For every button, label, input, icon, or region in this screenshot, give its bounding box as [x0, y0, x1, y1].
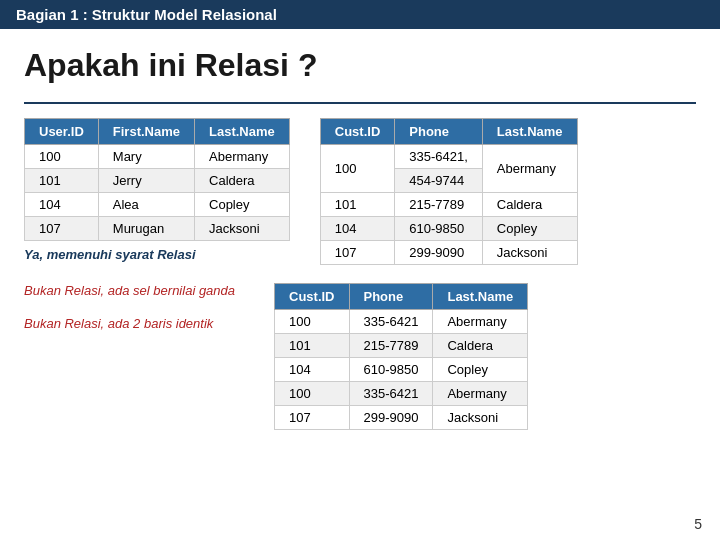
table-row: Caldera: [482, 193, 577, 217]
left-table: User.ID First.Name Last.Name 100MaryAber…: [24, 118, 290, 241]
page-title: Apakah ini Relasi ?: [24, 47, 696, 84]
table-row: 335-6421: [349, 382, 433, 406]
table-row: Caldera: [195, 169, 290, 193]
note1: Bukan Relasi, ada sel bernilai ganda: [24, 283, 244, 298]
table-row: Alea: [98, 193, 194, 217]
table-row: 215-7789: [395, 193, 483, 217]
table-row: Abermany: [482, 145, 577, 193]
yes-label: Ya, memenuhi syarat Relasi: [24, 247, 290, 262]
bottom-table: Cust.ID Phone Last.Name 100335-6421Aberm…: [274, 283, 528, 430]
table-row: 104: [320, 217, 395, 241]
table-row: Copley: [195, 193, 290, 217]
table-row: 107: [275, 406, 350, 430]
table-row: 101: [320, 193, 395, 217]
table-row: Jacksoni: [433, 406, 528, 430]
table-row: 100: [275, 310, 350, 334]
table-row: 335-6421,: [395, 145, 483, 169]
table-row: Abermany: [433, 310, 528, 334]
table-row: 610-9850: [349, 358, 433, 382]
right-top-header-phone: Phone: [395, 119, 483, 145]
table-row: Copley: [433, 358, 528, 382]
bottom-header-lastname: Last.Name: [433, 284, 528, 310]
table-row: 100: [25, 145, 99, 169]
table-row: 104: [25, 193, 99, 217]
table-row: Abermany: [433, 382, 528, 406]
bottom-header-custid: Cust.ID: [275, 284, 350, 310]
note2: Bukan Relasi, ada 2 baris identik: [24, 316, 244, 331]
table-row: 104: [275, 358, 350, 382]
table-row: Murugan: [98, 217, 194, 241]
table-row: Jacksoni: [195, 217, 290, 241]
table-row: 101: [275, 334, 350, 358]
left-table-header-userid: User.ID: [25, 119, 99, 145]
table-row: 610-9850: [395, 217, 483, 241]
right-top-header-custid: Cust.ID: [320, 119, 395, 145]
table-row: 107: [320, 241, 395, 265]
page-number: 5: [694, 516, 702, 532]
header-bar: Bagian 1 : Struktur Model Relasional: [0, 0, 720, 29]
left-table-header-firstname: First.Name: [98, 119, 194, 145]
table-row: 100: [275, 382, 350, 406]
table-row: 454-9744: [395, 169, 483, 193]
bottom-header-phone: Phone: [349, 284, 433, 310]
right-top-header-lastname: Last.Name: [482, 119, 577, 145]
table-row: Jacksoni: [482, 241, 577, 265]
left-table-header-lastname: Last.Name: [195, 119, 290, 145]
table-row: 299-9090: [395, 241, 483, 265]
header-title: Bagian 1 : Struktur Model Relasional: [16, 6, 277, 23]
table-row: 299-9090: [349, 406, 433, 430]
right-top-table: Cust.ID Phone Last.Name 100335-6421,Aber…: [320, 118, 578, 265]
table-row: Caldera: [433, 334, 528, 358]
table-row: Copley: [482, 217, 577, 241]
table-row: 335-6421: [349, 310, 433, 334]
table-row: Jerry: [98, 169, 194, 193]
table-row: 107: [25, 217, 99, 241]
table-row: 100: [320, 145, 395, 193]
table-row: Mary: [98, 145, 194, 169]
table-row: 215-7789: [349, 334, 433, 358]
table-row: 101: [25, 169, 99, 193]
table-row: Abermany: [195, 145, 290, 169]
